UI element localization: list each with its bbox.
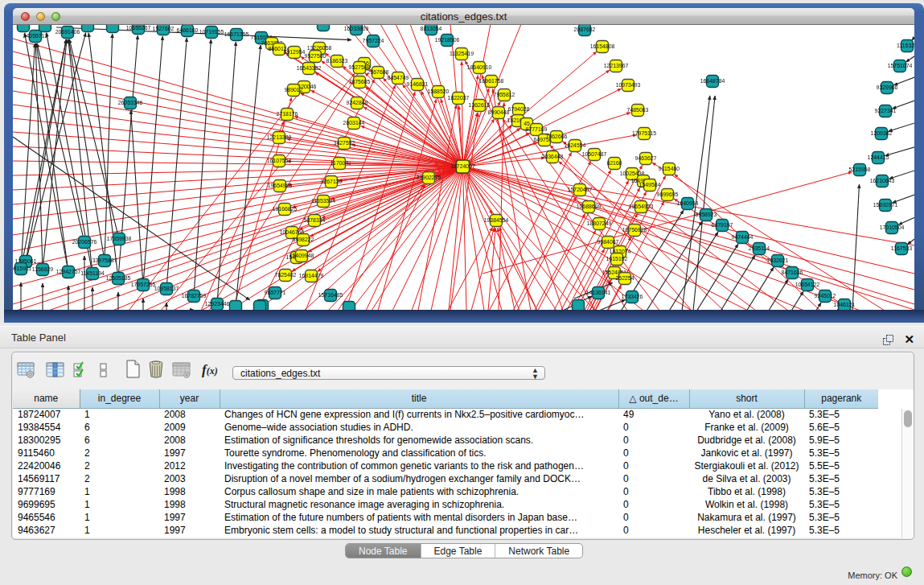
svg-text:7625402: 7625402 <box>275 272 297 278</box>
svg-text:9777169: 9777169 <box>526 126 548 132</box>
svg-text:1244415: 1244415 <box>868 154 889 160</box>
svg-text:19654923: 19654923 <box>629 204 654 209</box>
svg-text:989012: 989012 <box>285 87 303 93</box>
svg-text:3498222: 3498222 <box>293 237 314 242</box>
svg-text:19654985: 19654985 <box>268 183 293 188</box>
svg-text:19384554: 19384554 <box>484 217 509 223</box>
svg-text:1115322: 1115322 <box>897 43 914 48</box>
svg-text:7462666: 7462666 <box>546 134 568 139</box>
svg-text:1615192: 1615192 <box>606 256 628 262</box>
svg-text:17957255: 17957255 <box>131 282 156 287</box>
svg-text:16782759: 16782759 <box>182 293 207 299</box>
svg-text:23902275: 23902275 <box>417 175 441 180</box>
svg-text:7957224: 7957224 <box>363 38 384 43</box>
svg-text:9527500: 9527500 <box>305 53 326 59</box>
svg-text:9657771: 9657771 <box>265 290 286 295</box>
svg-text:12213389: 12213389 <box>267 134 292 140</box>
svg-text:2603144: 2603144 <box>343 120 365 126</box>
svg-text:2036448: 2036448 <box>542 154 564 159</box>
svg-text:3875685: 3875685 <box>349 79 371 84</box>
svg-text:10688609: 10688609 <box>577 204 602 209</box>
svg-text:2718176: 2718176 <box>277 111 298 117</box>
svg-text:1209382: 1209382 <box>871 130 893 136</box>
svg-text:24055712: 24055712 <box>23 33 48 39</box>
svg-text:6479197: 6479197 <box>712 222 733 228</box>
svg-text:1156829: 1156829 <box>32 266 53 272</box>
svg-text:17359938: 17359938 <box>107 236 132 241</box>
svg-text:10719155: 10719155 <box>199 29 224 35</box>
svg-text:16154808: 16154808 <box>590 43 615 49</box>
svg-text:5215958: 5215958 <box>849 167 871 172</box>
svg-text:11353594: 11353594 <box>311 198 335 204</box>
svg-text:16033809: 16033809 <box>344 26 369 31</box>
svg-text:16671355: 16671355 <box>224 31 249 37</box>
svg-text:10973493: 10973493 <box>616 82 641 88</box>
svg-text:1549584: 1549584 <box>639 182 661 187</box>
svg-text:9242848: 9242848 <box>347 100 368 105</box>
svg-text:8912954: 8912954 <box>284 49 306 55</box>
svg-text:16914479: 16914479 <box>299 273 324 278</box>
svg-text:20206576: 20206576 <box>72 239 97 245</box>
svg-text:16107553: 16107553 <box>267 158 292 163</box>
svg-text:8471626: 8471626 <box>782 270 803 275</box>
svg-text:9329966: 9329966 <box>877 84 898 90</box>
svg-text:9227341: 9227341 <box>875 108 897 113</box>
svg-text:9115460: 9115460 <box>659 166 680 171</box>
svg-text:19218506: 19218506 <box>435 37 460 43</box>
svg-text:3267130: 3267130 <box>321 179 343 184</box>
svg-text:9084067: 9084067 <box>598 239 619 245</box>
svg-text:1640954: 1640954 <box>677 200 699 206</box>
svg-text:10507487: 10507487 <box>582 151 607 157</box>
svg-text:33975887: 33975887 <box>92 257 117 263</box>
svg-text:3427552: 3427552 <box>334 140 355 146</box>
svg-text:9474444: 9474444 <box>732 234 754 240</box>
svg-text:18807249: 18807249 <box>587 220 612 226</box>
svg-text:6794028: 6794028 <box>508 106 530 112</box>
svg-text:7485063: 7485063 <box>627 107 649 113</box>
svg-text:117004: 117004 <box>331 160 349 166</box>
svg-text:16961758: 16961758 <box>479 78 504 84</box>
svg-text:1362615: 1362615 <box>469 102 491 108</box>
svg-text:2935114: 2935114 <box>749 245 770 251</box>
svg-text:17975115: 17975115 <box>632 130 656 136</box>
svg-text:9146821: 9146821 <box>407 81 429 87</box>
svg-text:16210643: 16210643 <box>870 178 895 183</box>
svg-text:9699695: 9699695 <box>657 192 679 197</box>
svg-text:1527602: 1527602 <box>153 26 175 31</box>
svg-text:3915911: 3915911 <box>13 266 31 271</box>
svg-text:11451194: 11451194 <box>80 270 105 276</box>
svg-text:1588520: 1588520 <box>428 89 450 94</box>
svg-text:10958137: 10958137 <box>154 286 179 291</box>
svg-text:15751074: 15751074 <box>888 63 913 68</box>
svg-text:8958923: 8958923 <box>696 212 717 217</box>
svg-text:2087682: 2087682 <box>574 27 596 32</box>
svg-text:17010504: 17010504 <box>880 225 905 230</box>
svg-text:62160: 62160 <box>606 160 622 166</box>
svg-text:8813054: 8813054 <box>421 26 442 31</box>
svg-text:8990448: 8990448 <box>488 109 510 115</box>
svg-text:2367608: 2367608 <box>368 69 389 75</box>
svg-text:18640910: 18640910 <box>467 64 492 70</box>
svg-text:19166825: 19166825 <box>273 206 298 212</box>
svg-text:9463627: 9463627 <box>635 155 657 161</box>
svg-text:9245012: 9245012 <box>815 293 836 299</box>
svg-text:252254: 252254 <box>616 275 634 281</box>
svg-text:5878334: 5878334 <box>304 217 326 223</box>
svg-text:16543382: 16543382 <box>297 65 322 71</box>
svg-text:8454749: 8454749 <box>388 75 409 80</box>
svg-text:18724007: 18724007 <box>450 163 475 169</box>
svg-text:1733426: 1733426 <box>622 294 643 299</box>
svg-text:16648784: 16648784 <box>700 78 725 84</box>
svg-text:7632621: 7632621 <box>767 257 789 263</box>
svg-text:12213967: 12213967 <box>604 63 629 68</box>
svg-text:20691406: 20691406 <box>55 29 80 35</box>
svg-text:12942757: 12942757 <box>56 269 81 274</box>
svg-text:6466160: 6466160 <box>177 27 199 33</box>
svg-text:26053346: 26053346 <box>118 100 143 105</box>
svg-text:14136141: 14136141 <box>586 290 611 295</box>
svg-text:10756928: 10756928 <box>622 227 647 233</box>
svg-text:12505185: 12505185 <box>106 275 131 281</box>
svg-text:10654122: 10654122 <box>795 282 820 287</box>
svg-text:8186323: 8186323 <box>326 58 348 64</box>
svg-text:1822037: 1822037 <box>448 95 470 101</box>
